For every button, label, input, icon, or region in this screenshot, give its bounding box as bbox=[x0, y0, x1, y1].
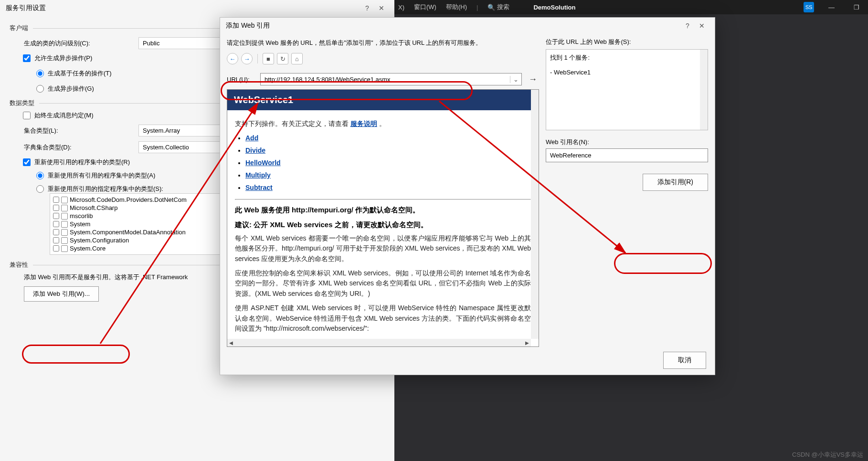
operation-link[interactable]: Add bbox=[245, 134, 258, 142]
assembly-icon bbox=[61, 229, 68, 236]
asm-checkbox[interactable] bbox=[53, 221, 59, 227]
asm-name: System bbox=[70, 220, 90, 228]
search-icon: 🔍 bbox=[487, 4, 495, 11]
asm-name: System.Core bbox=[70, 245, 106, 252]
reuse-specified-label: 重新使用所引用的指定程序集中的类型(S): bbox=[48, 185, 163, 193]
close-icon[interactable]: ✕ bbox=[695, 22, 709, 30]
assembly-icon bbox=[61, 221, 68, 228]
avatar[interactable]: SS bbox=[804, 2, 814, 12]
ns-paragraph: 每个 XML Web services 都需要一个唯一的命名空间，以便客户端应用… bbox=[235, 233, 531, 264]
add-web-reference-dialog: 添加 Web 引用 ? ✕ 请定位到提供 Web 服务的 URL，然后单击"添加… bbox=[220, 17, 715, 375]
menu-item[interactable]: X) bbox=[398, 4, 404, 11]
menu-window[interactable]: 窗口(W) bbox=[414, 3, 436, 11]
group-client: 客户端 bbox=[10, 24, 33, 32]
url-input[interactable] bbox=[261, 76, 510, 83]
asm-checkbox[interactable] bbox=[53, 237, 59, 243]
settings-titlebar: 服务引用设置 ? ✕ bbox=[0, 0, 394, 16]
scrollbar-vertical[interactable] bbox=[700, 50, 708, 130]
allow-async-label: 允许生成异步操作(P) bbox=[34, 54, 92, 63]
reuse-all-radio[interactable] bbox=[36, 172, 44, 179]
ns-advice: 建议: 公开 XML Web services 之前，请更改默认命名空间。 bbox=[235, 220, 531, 230]
minimize-icon[interactable]: — bbox=[824, 4, 839, 11]
operation-link[interactable]: Subtract bbox=[245, 184, 273, 191]
scrollbar-vertical[interactable] bbox=[531, 90, 539, 339]
chevron-down-icon[interactable]: ⌄ bbox=[510, 76, 521, 83]
search-box[interactable]: 🔍 搜索 bbox=[487, 3, 509, 11]
cancel-button[interactable]: 取消 bbox=[663, 352, 706, 369]
asm-name: System.ComponentModel.DataAnnotation bbox=[70, 229, 186, 236]
webref-titlebar: 添加 Web 引用 ? ✕ bbox=[220, 18, 715, 34]
always-msg-checkbox[interactable] bbox=[23, 112, 31, 119]
stop-icon[interactable]: ■ bbox=[263, 53, 274, 64]
asm-checkbox[interactable] bbox=[53, 213, 59, 219]
scrollbar-horizontal[interactable]: ◄ ► bbox=[227, 339, 531, 346]
assembly-icon bbox=[61, 237, 68, 244]
found-count: 找到 1 个服务: bbox=[550, 53, 704, 62]
help-icon[interactable]: ? bbox=[360, 4, 374, 12]
group-data-types: 数据类型 bbox=[10, 99, 39, 107]
ns-heading: 此 Web 服务使用 http://tempuri.org/ 作为默认命名空间。 bbox=[235, 206, 531, 215]
assembly-icon bbox=[61, 245, 68, 252]
solution-name: DemoSolution bbox=[533, 4, 575, 11]
go-button[interactable]: → bbox=[527, 74, 539, 84]
gen-async-label: 生成异步操作(G) bbox=[48, 84, 94, 93]
asm-name: System.Configuration bbox=[70, 237, 129, 244]
asm-checkbox[interactable] bbox=[53, 245, 59, 251]
asm-checkbox[interactable] bbox=[53, 205, 59, 211]
access-level-label: 生成的类的访问级别(C): bbox=[24, 39, 134, 48]
watermark: CSDN @小幸运VS多幸运 bbox=[792, 451, 863, 459]
ws-heading: WebService1 bbox=[227, 90, 539, 110]
service-browser[interactable]: WebService1 支持下列操作。有关正式定义，请查看 服务说明 。 Add… bbox=[227, 89, 539, 347]
scroll-right-icon[interactable]: ► bbox=[523, 339, 531, 346]
url-combobox[interactable]: ⌄ bbox=[260, 73, 522, 85]
reuse-types-label: 重新使用引用的程序集中的类型(R) bbox=[34, 158, 130, 167]
back-icon[interactable]: ← bbox=[227, 53, 238, 64]
dict-type-label: 字典集合类型(D): bbox=[24, 143, 134, 152]
group-compat: 兼容性 bbox=[10, 261, 33, 269]
assembly-icon bbox=[61, 213, 68, 220]
vs-menubar: X) 窗口(W) 帮助(H) | 🔍 搜索 DemoSolution SS — … bbox=[394, 0, 868, 14]
ref-name-input[interactable]: WebReference bbox=[546, 148, 708, 162]
asm-checkbox[interactable] bbox=[53, 197, 59, 203]
assembly-icon bbox=[61, 205, 68, 211]
restore-icon[interactable]: ❐ bbox=[849, 4, 864, 11]
refresh-icon[interactable]: ↻ bbox=[277, 53, 288, 64]
allow-async-checkbox[interactable] bbox=[23, 54, 31, 62]
assembly-icon bbox=[61, 197, 68, 203]
reuse-specified-radio[interactable] bbox=[36, 185, 44, 193]
home-icon[interactable]: ⌂ bbox=[291, 53, 303, 64]
operation-link[interactable]: Divide bbox=[245, 147, 265, 154]
asm-checkbox[interactable] bbox=[53, 229, 59, 235]
ns-paragraph: 应使用您控制的命名空间来标识 XML Web services。例如，可以使用公… bbox=[235, 268, 531, 299]
found-services-list[interactable]: 找到 1 个服务: - WebService1 bbox=[546, 49, 708, 130]
search-label: 搜索 bbox=[497, 3, 509, 11]
ref-name-label: Web 引用名(N): bbox=[546, 138, 708, 147]
always-msg-label: 始终生成消息约定(M) bbox=[34, 111, 94, 120]
collection-type-label: 集合类型(L): bbox=[24, 126, 134, 135]
url-label: URL(U): bbox=[227, 76, 255, 83]
add-reference-button[interactable]: 添加引用(R) bbox=[643, 174, 708, 191]
service-description-link[interactable]: 服务说明 bbox=[350, 120, 377, 127]
settings-title: 服务引用设置 bbox=[6, 4, 46, 12]
task-based-label: 生成基于任务的操作(T) bbox=[48, 69, 112, 78]
menu-help[interactable]: 帮助(H) bbox=[446, 3, 467, 11]
forward-icon[interactable]: → bbox=[241, 53, 253, 64]
ops-intro: 支持下列操作。有关正式定义，请查看 bbox=[235, 120, 349, 127]
asm-name: Microsoft.CodeDom.Providers.DotNetCom bbox=[70, 196, 187, 203]
help-icon[interactable]: ? bbox=[680, 22, 695, 30]
ns-paragraph: 使用 ASP.NET 创建 XML Web services 时，可以使用 We… bbox=[235, 303, 531, 334]
browser-nav: ← → ■ ↻ ⌂ bbox=[227, 53, 539, 64]
scroll-left-icon[interactable]: ◄ bbox=[227, 339, 235, 346]
asm-name: mscorlib bbox=[70, 212, 93, 220]
gen-async-radio[interactable] bbox=[36, 85, 44, 93]
asm-name: Microsoft.CSharp bbox=[70, 204, 117, 211]
found-item[interactable]: - WebService1 bbox=[550, 69, 704, 76]
reuse-types-checkbox[interactable] bbox=[23, 158, 31, 166]
add-web-reference-button[interactable]: 添加 Web 引用(W)... bbox=[24, 286, 99, 302]
operation-link[interactable]: HelloWorld bbox=[245, 159, 281, 167]
close-icon[interactable]: ✕ bbox=[374, 4, 389, 12]
operation-link[interactable]: Multiply bbox=[245, 171, 271, 179]
task-based-radio[interactable] bbox=[36, 70, 44, 77]
webref-title: 添加 Web 引用 bbox=[226, 21, 270, 30]
operations-list: Add Divide HelloWorld Multiply Subtract bbox=[245, 134, 531, 191]
